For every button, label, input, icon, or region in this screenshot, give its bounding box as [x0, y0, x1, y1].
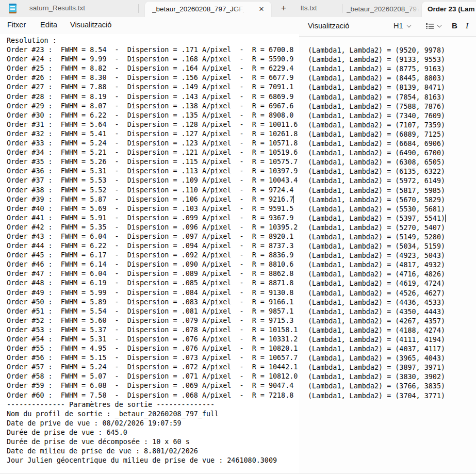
text-line: Date de milieu de prise de vue : 8.801/0… [7, 447, 298, 456]
text-line: Order #48 : FWHM = 6.19 - Dispersion = .… [7, 279, 298, 288]
text-line: Durée de prise de vue : 645.0 [7, 428, 298, 437]
text-line: -------------- Paramètres de sortie ----… [7, 400, 298, 410]
text-line: (Lambda1, Lambda2) = (5034, 5159) [308, 242, 446, 251]
text-line: (Lambda1, Lambda2) = (9520, 9978) [308, 46, 446, 55]
text-line: Order #27 : FWHM = 7.88 - Dispersion = .… [7, 83, 298, 92]
text-line: Order #36 : FWHM = 5.31 - Dispersion = .… [7, 167, 298, 176]
text-line: Order #42 : FWHM = 5.35 - Dispersion = .… [7, 223, 298, 232]
notepad-window-right: lts.txt _betaur_20260208_797_JG Order 23… [299, 0, 476, 474]
desktop: lts.txt _betaur_20260208_797_JG Order 23… [0, 0, 476, 474]
right-tab-bar: lts.txt _betaur_20260208_797_JG Order 23… [299, 0, 476, 17]
text-line [308, 447, 446, 456]
text-line [308, 429, 446, 438]
text-line: (Lambda1, Lambda2) = (5817, 5985) [308, 186, 446, 195]
text-line: (Lambda1, Lambda2) = (3965, 4043) [308, 354, 446, 363]
text-line: Order #53 : FWHM = 5.37 - Dispersion = .… [7, 325, 298, 335]
tab-betaur-log[interactable]: _betaur_20260208_797_JG [347, 4, 419, 13]
text-line [308, 438, 446, 447]
text-line: Durée de prise de vue décomposée : 10 x … [7, 437, 298, 447]
text-line: Order #56 : FWHM = 5.15 - Dispersion = .… [7, 353, 298, 363]
text-line: (Lambda1, Lambda2) = (7340, 7609) [308, 111, 446, 121]
text-line: Order #35 : FWHM = 5.26 - Dispersion = .… [7, 157, 298, 167]
tab-saturn-results[interactable]: saturn_Results.txt [29, 4, 85, 12]
text-line: (Lambda1, Lambda2) = (9133, 9553) [308, 55, 446, 64]
text-line: Order #50 : FWHM = 5.89 - Dispersion = .… [7, 298, 298, 307]
text-line: Order #60 : FWHM = 7.58 - Dispersion = .… [7, 391, 298, 400]
text-line [308, 401, 446, 410]
text-line: Order #28 : FWHM = 8.19 - Dispersion = .… [7, 92, 298, 102]
text-line: Nom du profil de sortie : _betaur_202602… [7, 410, 298, 419]
text-line: (Lambda1, Lambda2) = (4267, 4357) [308, 317, 446, 326]
text-line: (Lambda1, Lambda2) = (4619, 4724) [308, 279, 446, 288]
menu-view-right[interactable]: Visualització [308, 22, 349, 30]
text-line: (Lambda1, Lambda2) = (8139, 8471) [308, 83, 446, 92]
bullet-list-icon [426, 23, 434, 29]
text-line: (Lambda1, Lambda2) = (8775, 9163) [308, 64, 446, 74]
text-line: (Lambda1, Lambda2) = (5149, 5280) [308, 233, 446, 242]
text-line: Order #46 : FWHM = 6.14 - Dispersion = .… [7, 260, 298, 269]
text-line: (Lambda1, Lambda2) = (4526, 4627) [308, 289, 446, 298]
tab-betaur-full-log-active[interactable]: _betaur_20260208_797_JGF_full.log ✕ [144, 1, 272, 17]
text-line: (Lambda1, Lambda2) = (8445, 8803) [308, 74, 446, 83]
list-dropdown[interactable] [426, 22, 441, 30]
text-line: Jour Julien géocentrique du milieu de pr… [7, 456, 298, 465]
text-line: Order #30 : FWHM = 6.22 - Dispersion = .… [7, 111, 298, 120]
tab-divider [342, 4, 342, 13]
text-line: (Lambda1, Lambda2) = (7588, 7876) [308, 102, 446, 111]
text-line: (Lambda1, Lambda2) = (7854, 8163) [308, 93, 446, 102]
text-line: Order #31 : FWHM = 5.64 - Dispersion = .… [7, 120, 298, 129]
menu-view[interactable]: Visualització [70, 21, 111, 29]
tab-order-active[interactable]: Order 23 (Lam [421, 1, 476, 17]
text-line: Order #54 : FWHM = 5.31 - Dispersion = .… [7, 335, 298, 344]
text-line: (Lambda1, Lambda2) = (6684, 6906) [308, 139, 446, 149]
left-tab-bar: saturn_Results.txt _betaur_20260208_797_… [0, 0, 299, 17]
chevron-down-icon [406, 23, 411, 28]
text-line: (Lambda1, Lambda2) = (3766, 3835) [308, 382, 446, 391]
left-editor-area[interactable]: Resolution :Order #23 : FWHM = 8.54 - Di… [7, 36, 298, 465]
tab-results-partial[interactable]: lts.txt [301, 4, 317, 12]
bold-button[interactable]: B [452, 21, 457, 30]
notepad-app-icon [9, 4, 17, 13]
text-line: Order #33 : FWHM = 5.24 - Dispersion = .… [7, 139, 298, 148]
text-line: Date de prive de vue : 08/02/2026 19:07:… [7, 419, 298, 428]
text-line: (Lambda1, Lambda2) = (4037, 4117) [308, 345, 446, 354]
text-line: (Lambda1, Lambda2) = (4350, 4443) [308, 307, 446, 317]
text-line: (Lambda1, Lambda2) = (6490, 6700) [308, 149, 446, 158]
text-line: Order #38 : FWHM = 5.52 - Dispersion = .… [7, 186, 298, 195]
menu-file[interactable]: Fitxer [7, 21, 26, 29]
text-line [308, 37, 446, 46]
text-line: (Lambda1, Lambda2) = (3704, 3771) [308, 391, 446, 401]
new-tab-button[interactable]: + [278, 3, 289, 14]
menu-edit[interactable]: Edita [40, 21, 57, 29]
text-line: Order #55 : FWHM = 4.95 - Dispersion = .… [7, 344, 298, 353]
text-line: Order #58 : FWHM = 5.07 - Dispersion = .… [7, 372, 298, 381]
text-line: Order #32 : FWHM = 5.41 - Dispersion = .… [7, 129, 298, 139]
close-tab-icon[interactable]: ✕ [257, 5, 266, 14]
heading-dropdown[interactable]: H1 [393, 22, 411, 30]
right-editor-area[interactable]: (Lambda1, Lambda2) = (9520, 9978)(Lambda… [308, 37, 446, 466]
text-line: (Lambda1, Lambda2) = (5972, 6149) [308, 176, 446, 186]
text-line: (Lambda1, Lambda2) = (6135, 6322) [308, 167, 446, 176]
tab-divider [138, 4, 139, 13]
text-line: (Lambda1, Lambda2) = (5397, 5541) [308, 214, 446, 223]
text-line: Order #24 : FWHM = 9.99 - Dispersion = .… [7, 55, 298, 64]
text-caret [293, 195, 294, 203]
text-line: Order #23 : FWHM = 8.54 - Dispersion = .… [7, 45, 298, 55]
menu-bar: Fitxer Edita Visualització [0, 17, 299, 34]
text-line: Order #25 : FWHM = 8.82 - Dispersion = .… [7, 64, 298, 73]
text-line: (Lambda1, Lambda2) = (3897, 3971) [308, 363, 446, 372]
italic-button[interactable]: I [466, 21, 468, 30]
text-line: (Lambda1, Lambda2) = (4817, 4932) [308, 260, 446, 270]
text-line: Resolution : [7, 36, 298, 45]
text-line: (Lambda1, Lambda2) = (5530, 5681) [308, 205, 446, 214]
text-line: Order #39 : FWHM = 5.87 - Dispersion = .… [7, 195, 298, 204]
text-line: (Lambda1, Lambda2) = (4923, 5043) [308, 251, 446, 260]
notepad-window-left: saturn_Results.txt _betaur_20260208_797_… [0, 0, 299, 474]
text-line: (Lambda1, Lambda2) = (3830, 3902) [308, 372, 446, 382]
text-line [308, 456, 446, 466]
text-line: Order #45 : FWHM = 6.17 - Dispersion = .… [7, 251, 298, 260]
text-line: Order #40 : FWHM = 5.69 - Dispersion = .… [7, 204, 298, 214]
text-line: Order #41 : FWHM = 5.91 - Dispersion = .… [7, 214, 298, 223]
text-line: Order #34 : FWHM = 5.21 - Dispersion = .… [7, 148, 298, 157]
text-line: (Lambda1, Lambda2) = (4188, 4274) [308, 326, 446, 335]
